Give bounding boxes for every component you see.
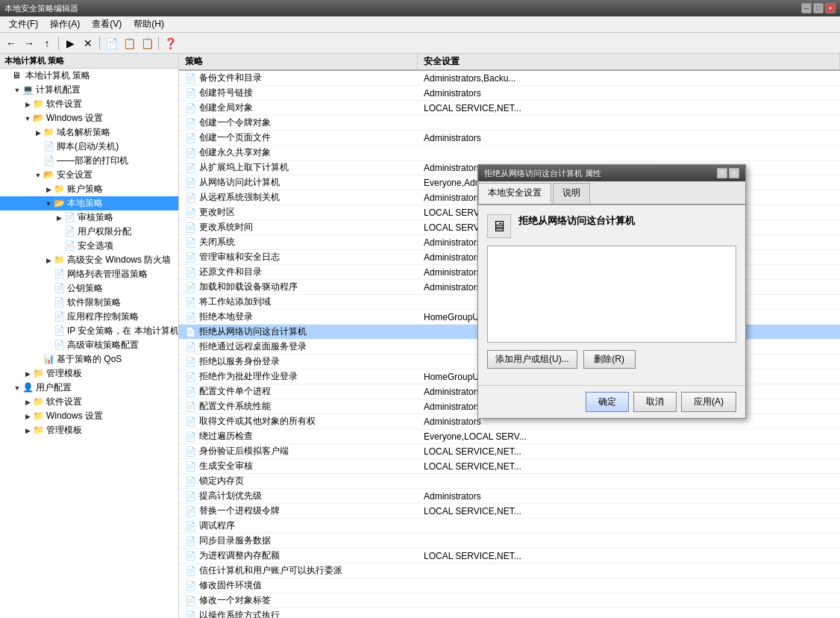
remove-button[interactable]: 删除(R) bbox=[583, 350, 636, 369]
dialog-footer: 确定 取消 应用(A) bbox=[478, 385, 745, 418]
tab-description[interactable]: 说明 bbox=[553, 183, 590, 204]
add-user-button[interactable]: 添加用户或组(U)... bbox=[487, 350, 577, 369]
dialog-tabs: 本地安全设置 说明 bbox=[478, 181, 745, 205]
dialog-help-button[interactable]: ? bbox=[717, 168, 727, 178]
dialog-title-text: 拒绝从网络访问这台计算机 属性 bbox=[484, 168, 717, 179]
dialog-content: 🖥 拒绝从网络访问这台计算机 添加用户或组(U)... 删除(R) bbox=[478, 205, 745, 385]
dialog-close-button[interactable]: × bbox=[729, 168, 739, 178]
policy-icon: 🖥 bbox=[487, 214, 511, 238]
dialog-icon-row: 🖥 拒绝从网络访问这台计算机 bbox=[487, 214, 736, 238]
cancel-button[interactable]: 取消 bbox=[633, 392, 677, 412]
dialog-title-buttons: ? × bbox=[717, 168, 739, 178]
dialog-title-bar: 拒绝从网络访问这台计算机 属性 ? × bbox=[478, 165, 745, 181]
policy-icon-image: 🖥 bbox=[492, 218, 507, 235]
tab-local-security[interactable]: 本地安全设置 bbox=[478, 183, 551, 204]
ok-button[interactable]: 确定 bbox=[586, 392, 629, 412]
dialog-list-area[interactable] bbox=[487, 246, 736, 343]
dialog-actions: 添加用户或组(U)... 删除(R) bbox=[487, 350, 736, 369]
apply-button[interactable]: 应用(A) bbox=[681, 392, 736, 412]
properties-dialog: 拒绝从网络访问这台计算机 属性 ? × 本地安全设置 说明 🖥 拒绝从网络访问这… bbox=[477, 164, 746, 419]
dialog-policy-title: 拒绝从网络访问这台计算机 bbox=[518, 214, 635, 228]
dialog-overlay: 拒绝从网络访问这台计算机 属性 ? × 本地安全设置 说明 🖥 拒绝从网络访问这… bbox=[0, 0, 840, 618]
